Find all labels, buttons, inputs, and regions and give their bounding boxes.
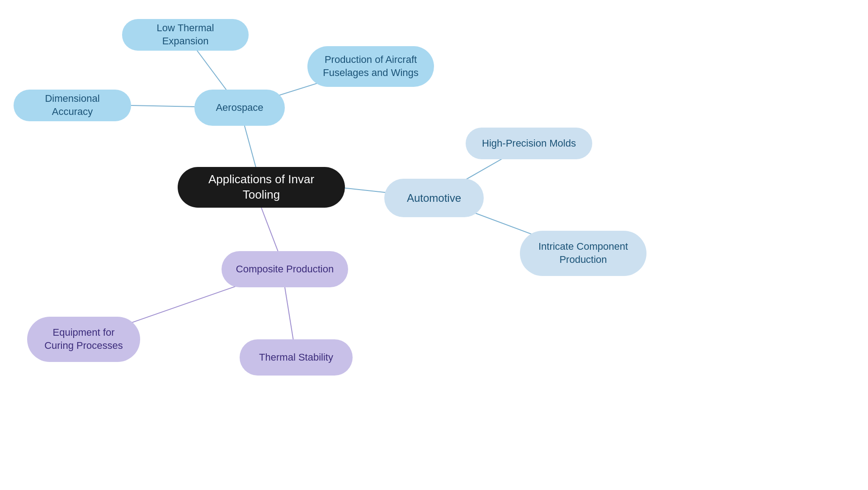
dimensional-node: Dimensional Accuracy [14, 90, 131, 121]
aerospace-label: Aerospace [216, 101, 263, 114]
low-thermal-label: Low Thermal Expansion [135, 22, 236, 48]
thermal-stability-label: Thermal Stability [259, 351, 333, 364]
connections-svg [0, 0, 868, 490]
composite-label: Composite Production [236, 263, 334, 276]
automotive-label: Automotive [407, 191, 461, 205]
aircraft-label: Production of Aircraft Fuselages and Win… [320, 53, 421, 79]
intricate-label: Intricate Component Production [533, 240, 634, 266]
equipment-node: Equipment for Curing Processes [27, 317, 140, 362]
center-node: Applications of Invar Tooling [178, 167, 345, 208]
aircraft-node: Production of Aircraft Fuselages and Win… [307, 46, 434, 87]
low-thermal-node: Low Thermal Expansion [122, 19, 249, 51]
thermal-stability-node: Thermal Stability [240, 339, 353, 376]
automotive-node: Automotive [384, 179, 484, 217]
dimensional-label: Dimensional Accuracy [26, 92, 118, 118]
equipment-label: Equipment for Curing Processes [40, 326, 127, 352]
composite-node: Composite Production [222, 251, 348, 287]
aerospace-node: Aerospace [194, 90, 285, 126]
high-precision-label: High-Precision Molds [482, 137, 576, 150]
center-label: Applications of Invar Tooling [190, 172, 332, 203]
intricate-node: Intricate Component Production [520, 231, 646, 276]
high-precision-node: High-Precision Molds [466, 128, 592, 159]
